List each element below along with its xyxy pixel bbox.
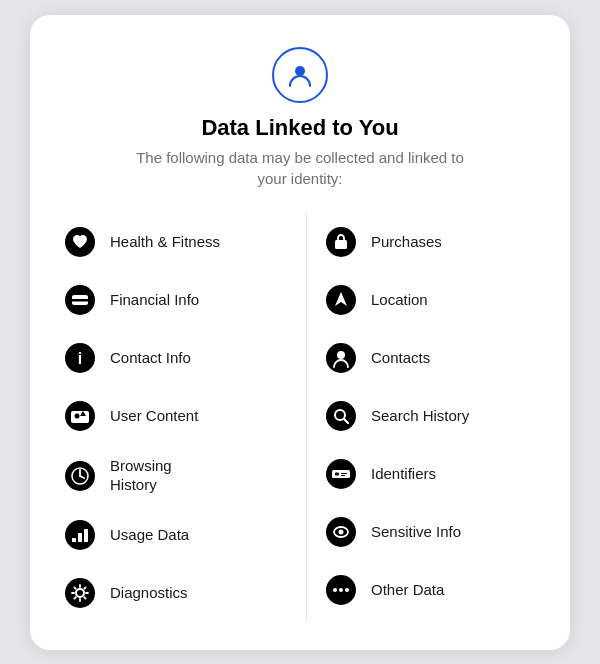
sensitive-info-label: Sensitive Info [371,522,461,542]
svg-rect-34 [341,475,345,476]
purchases-label: Purchases [371,232,442,252]
list-item: Other Data [319,561,542,619]
eye-icon [323,514,359,550]
list-item: Contacts [319,329,542,387]
clock-icon [62,458,98,494]
svg-rect-16 [72,538,76,542]
other-data-label: Other Data [371,580,444,600]
svg-rect-5 [74,302,79,304]
svg-point-10 [75,413,80,418]
svg-rect-17 [78,533,82,542]
browsing-history-label: BrowsingHistory [110,456,172,495]
heart-icon [62,224,98,260]
svg-rect-31 [332,470,350,478]
svg-point-41 [345,588,349,592]
left-column: Health & Fitness Financial Info [58,213,294,622]
list-item: BrowsingHistory [58,445,294,506]
svg-point-27 [326,401,356,431]
items-grid: Health & Fitness Financial Info [58,213,542,622]
svg-point-40 [339,588,343,592]
id-icon [323,456,359,492]
svg-rect-9 [71,411,89,423]
gear-icon [62,575,98,611]
financial-info-label: Financial Info [110,290,199,310]
usage-data-label: Usage Data [110,525,189,545]
contact-info-label: Contact Info [110,348,191,368]
photo-icon [62,398,98,434]
svg-point-26 [337,351,345,359]
list-item: i Contact Info [58,329,294,387]
list-item: Search History [319,387,542,445]
svg-rect-18 [84,529,88,542]
health-fitness-label: Health & Fitness [110,232,220,252]
location-label: Location [371,290,428,310]
search-history-label: Search History [371,406,469,426]
user-content-label: User Content [110,406,198,426]
user-avatar-icon [272,47,328,103]
svg-point-0 [295,66,305,76]
barchart-icon [62,517,98,553]
bag-icon [323,224,359,260]
svg-point-39 [333,588,337,592]
info-icon: i [62,340,98,376]
magnify-icon [323,398,359,434]
list-item: Location [319,271,542,329]
right-column: Purchases Location [306,213,542,622]
card-header: Data Linked to You The following data ma… [58,47,542,189]
svg-rect-22 [335,240,347,249]
location-icon [323,282,359,318]
list-item: Usage Data [58,506,294,564]
list-item: Purchases [319,213,542,271]
svg-text:i: i [78,350,82,367]
list-item: User Content [58,387,294,445]
list-item: Financial Info [58,271,294,329]
page-subtitle: The following data may be collected and … [130,147,470,189]
list-item: Sensitive Info [319,503,542,561]
list-item: Identifiers [319,445,542,503]
diagnostics-label: Diagnostics [110,583,188,603]
card-icon [62,282,98,318]
dots-icon [323,572,359,608]
person-icon [323,340,359,376]
svg-rect-4 [72,299,88,302]
svg-point-37 [339,529,344,534]
contacts-label: Contacts [371,348,430,368]
list-item: Diagnostics [58,564,294,622]
svg-rect-33 [341,473,347,474]
svg-point-19 [65,578,95,608]
svg-rect-32 [335,472,339,475]
data-card: Data Linked to You The following data ma… [30,15,570,650]
list-item: Health & Fitness [58,213,294,271]
page-title: Data Linked to You [201,115,398,141]
identifiers-label: Identifiers [371,464,436,484]
